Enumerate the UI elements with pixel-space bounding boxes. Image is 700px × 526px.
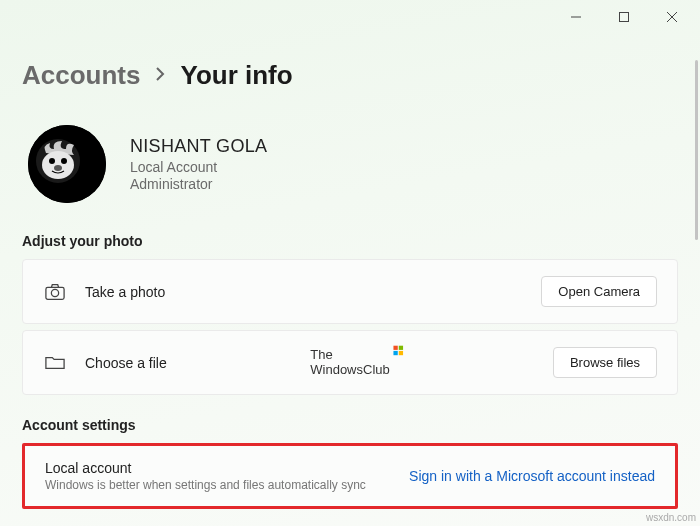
svg-rect-15 — [399, 350, 404, 355]
svg-rect-13 — [399, 345, 404, 350]
section-header-account: Account settings — [22, 417, 678, 433]
minimize-button[interactable] — [554, 2, 598, 32]
svg-rect-12 — [394, 345, 399, 350]
breadcrumb-parent[interactable]: Accounts — [22, 60, 140, 91]
section-header-photo: Adjust your photo — [22, 233, 678, 249]
profile-account-type: Local Account — [130, 159, 267, 175]
breadcrumb: Accounts Your info — [22, 60, 678, 91]
take-photo-label: Take a photo — [85, 284, 541, 300]
browse-files-button[interactable]: Browse files — [553, 347, 657, 378]
scrollbar[interactable] — [695, 60, 698, 240]
highlight-annotation: Local account Windows is better when set… — [22, 443, 678, 509]
profile-block: NISHANT GOLA Local Account Administrator — [28, 125, 678, 203]
open-camera-button[interactable]: Open Camera — [541, 276, 657, 307]
svg-rect-14 — [394, 350, 399, 355]
watermark: TheWindowsClub — [310, 347, 389, 378]
close-button[interactable] — [650, 2, 694, 32]
svg-point-7 — [49, 158, 55, 164]
svg-point-11 — [51, 289, 58, 296]
sign-in-microsoft-link[interactable]: Sign in with a Microsoft account instead — [409, 468, 655, 484]
take-photo-card: Take a photo Open Camera — [22, 259, 678, 324]
svg-point-9 — [54, 165, 62, 171]
svg-rect-1 — [620, 13, 629, 22]
local-account-card: Local account Windows is better when set… — [25, 446, 675, 506]
avatar — [28, 125, 106, 203]
maximize-button[interactable] — [602, 2, 646, 32]
choose-file-card: Choose a file Browse files TheWindowsClu… — [22, 330, 678, 395]
folder-icon — [43, 354, 67, 372]
local-account-desc: Windows is better when settings and file… — [45, 478, 366, 492]
credit-text: wsxdn.com — [646, 512, 696, 523]
local-account-title: Local account — [45, 460, 366, 476]
camera-icon — [43, 283, 67, 301]
svg-point-8 — [61, 158, 67, 164]
page-title: Your info — [180, 60, 292, 91]
chevron-right-icon — [154, 66, 166, 86]
windows-logo-icon — [394, 345, 404, 355]
window-titlebar — [0, 0, 700, 34]
profile-name: NISHANT GOLA — [130, 136, 267, 157]
profile-role: Administrator — [130, 176, 267, 192]
